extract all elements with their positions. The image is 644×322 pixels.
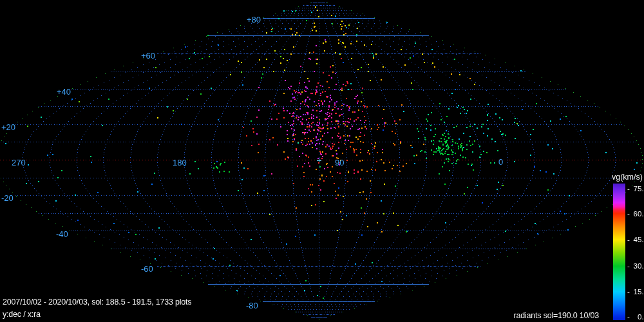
dec-tick-label: +40 [57,88,71,96]
dec-tick-label: -60 [141,265,153,273]
ra-tick-label: 90 [335,158,344,167]
dec-tick-label: +20 [1,123,15,131]
dec-tick-label: -80 [246,301,258,310]
radiant-plot-canvas [0,0,644,322]
dec-tick-label: -40 [56,230,68,238]
ra-tick-label: 270 [12,158,26,167]
radiants-sol-label: radiants sol=190.0 10/03 [0,311,599,320]
date-range-label: 2007/10/02 - 2020/10/03, sol: 188.5 - 19… [3,296,191,308]
radiant-map-window: +80+60+40+20-20-40-60-80270180900 vg(km/… [0,0,644,322]
dec-tick-label: +60 [141,52,155,60]
dec-tick-label: -20 [1,194,14,202]
dec-tick-label: +80 [247,15,261,24]
ra-tick-label: 180 [173,158,187,167]
ra-tick-label: 0 [498,158,503,166]
